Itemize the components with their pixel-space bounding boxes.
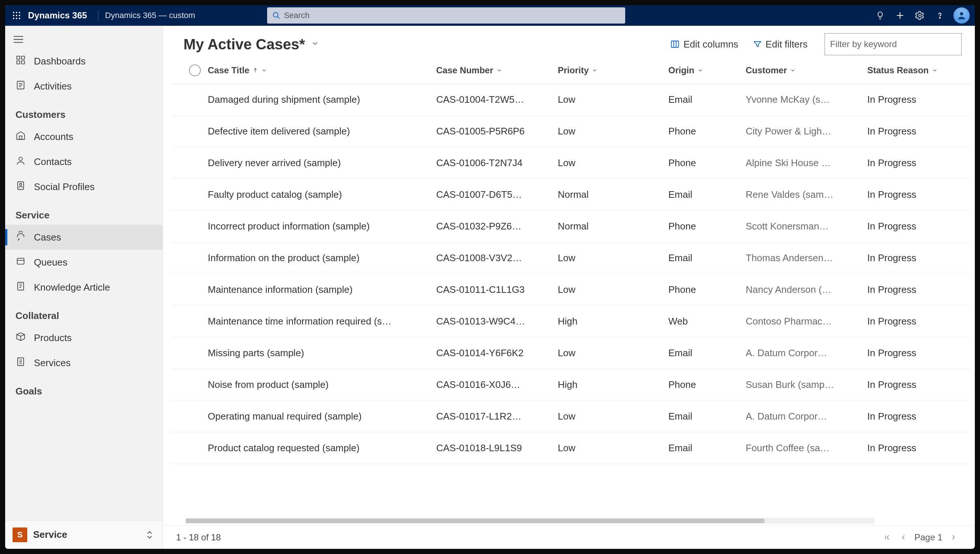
cell-number: CAS-01013-W9C4… [436, 316, 558, 327]
cell-number: CAS-01014-Y6F6K2 [436, 347, 558, 359]
column-header-title[interactable]: Case Title [208, 65, 436, 75]
column-label: Case Title [208, 65, 249, 75]
environment-name[interactable]: Dynamics 365 — custom [105, 11, 195, 20]
cell-title: Noise from product (sample) [208, 379, 436, 390]
edit-columns-button[interactable]: Edit columns [665, 36, 744, 53]
svg-point-25 [19, 157, 22, 160]
social-icon [16, 180, 26, 191]
chevron-down-icon [698, 67, 703, 73]
column-header-number[interactable]: Case Number [436, 65, 558, 75]
sidebar-collapse-button[interactable] [5, 29, 163, 49]
cell-customer: Scott Konersman… [746, 221, 867, 232]
svg-rect-22 [21, 61, 24, 64]
edit-filters-button[interactable]: Edit filters [748, 36, 813, 53]
svg-point-1 [16, 12, 17, 13]
edit-filters-label: Edit filters [766, 39, 808, 50]
view-title[interactable]: My Active Cases* [183, 36, 305, 53]
sidebar-group-customers: Customers [5, 99, 163, 124]
cell-customer: Rene Valdes (sam… [746, 189, 867, 201]
cell-customer: City Power & Ligh… [746, 126, 867, 137]
area-switcher[interactable]: S Service [5, 520, 163, 549]
svg-point-9 [273, 13, 278, 18]
table-row[interactable]: Product catalog requested (sample) CAS-0… [171, 433, 970, 464]
first-page-button[interactable] [879, 529, 895, 546]
keyword-filter-input[interactable] [824, 33, 962, 55]
column-header-customer[interactable]: Customer [746, 65, 867, 75]
table-row[interactable]: Incorrect product information (sample) C… [171, 211, 970, 242]
chevron-down-icon [790, 67, 796, 73]
sidebar-item-social-profiles[interactable]: Social Profiles [5, 174, 163, 199]
cell-customer: Yvonne McKay (s… [746, 94, 867, 105]
table-row[interactable]: Maintenance information (sample) CAS-010… [171, 274, 970, 306]
updown-icon [146, 531, 153, 539]
cell-number: CAS-01032-P9Z6… [436, 221, 558, 232]
cell-status: In Progress [867, 126, 952, 137]
user-avatar[interactable] [953, 7, 970, 24]
cell-status: In Progress [867, 347, 952, 359]
sidebar-item-products[interactable]: Products [5, 325, 163, 350]
add-button[interactable] [891, 6, 909, 25]
cases-icon [16, 231, 26, 244]
table-row[interactable]: Operating manual required (sample) CAS-0… [171, 401, 970, 433]
sidebar-item-contacts[interactable]: Contacts [5, 149, 163, 174]
table-row[interactable]: Defective item delivered (sample) CAS-01… [171, 116, 970, 147]
cell-origin: Email [668, 94, 746, 105]
cell-title: Missing parts (sample) [208, 347, 436, 359]
cell-number: CAS-01011-C1L1G3 [436, 284, 558, 295]
cell-customer: Fourth Coffee (sa… [746, 443, 867, 454]
search-input[interactable] [284, 11, 620, 20]
sidebar-item-cases[interactable]: Cases [5, 225, 163, 250]
case-grid: Case Title Case Number Priority [163, 57, 975, 525]
chevron-down-icon [496, 67, 502, 73]
table-row[interactable]: Delivery never arrived (sample) CAS-0100… [171, 147, 970, 179]
horizontal-scrollbar-thumb[interactable] [186, 519, 765, 523]
sidebar-item-services[interactable]: Services [5, 350, 163, 375]
next-page-button[interactable] [945, 529, 962, 546]
sidebar-item-queues[interactable]: Queues [5, 250, 163, 275]
cell-title: Damaged during shipment (sample) [208, 94, 436, 105]
view-selector-chevron[interactable] [311, 40, 319, 49]
sidebar-item-activities[interactable]: Activities [5, 74, 163, 99]
first-page-icon [883, 533, 891, 541]
sidebar-group-collateral: Collateral [5, 300, 163, 325]
cell-priority: Low [558, 284, 668, 295]
chevron-down-icon [592, 67, 598, 73]
app-launcher-button[interactable] [8, 7, 25, 24]
svg-point-2 [19, 12, 20, 13]
cell-priority: Normal [558, 221, 668, 232]
products-icon [16, 331, 26, 344]
cell-number: CAS-01018-L9L1S9 [436, 443, 558, 454]
sidebar-item-label: Social Profiles [34, 181, 95, 193]
sidebar-item-knowledge-article[interactable]: Knowledge Article [5, 275, 163, 300]
select-all-toggle[interactable] [189, 64, 201, 76]
lightbulb-button[interactable] [871, 6, 889, 25]
table-row[interactable]: Damaged during shipment (sample) CAS-010… [171, 84, 970, 116]
column-header-priority[interactable]: Priority [558, 65, 668, 75]
chevron-right-icon [950, 533, 958, 541]
column-header-status[interactable]: Status Reason [867, 65, 952, 75]
cell-priority: Low [558, 94, 668, 105]
social-icon [16, 180, 26, 193]
table-row[interactable]: Noise from product (sample) CAS-01016-X0… [171, 369, 970, 401]
sidebar-item-accounts[interactable]: Accounts [5, 124, 163, 149]
sidebar-item-dashboards[interactable]: Dashboards [5, 49, 163, 74]
columns-icon [670, 40, 680, 49]
area-switch-button[interactable] [144, 529, 155, 540]
table-row[interactable]: Information on the product (sample) CAS-… [171, 242, 970, 274]
cell-title: Defective item delivered (sample) [208, 126, 436, 137]
help-button[interactable] [931, 6, 949, 25]
settings-button[interactable] [911, 6, 929, 25]
global-search[interactable] [267, 7, 625, 24]
sidebar-item-label: Dashboards [34, 56, 86, 67]
cell-customer: A. Datum Corpor… [746, 347, 867, 359]
table-row[interactable]: Maintenance time information required (s… [171, 306, 970, 337]
sidebar-item-label: Accounts [34, 131, 73, 143]
table-row[interactable]: Missing parts (sample) CAS-01014-Y6F6K2 … [171, 337, 970, 369]
prev-page-button[interactable] [895, 529, 911, 546]
chevron-down-icon [261, 67, 267, 73]
column-header-origin[interactable]: Origin [668, 65, 746, 75]
table-row[interactable]: Faulty product catalog (sample) CAS-0100… [171, 179, 970, 211]
cell-priority: Low [558, 126, 668, 137]
grid-body[interactable]: Damaged during shipment (sample) CAS-010… [171, 84, 970, 516]
horizontal-scrollbar[interactable] [186, 518, 875, 524]
